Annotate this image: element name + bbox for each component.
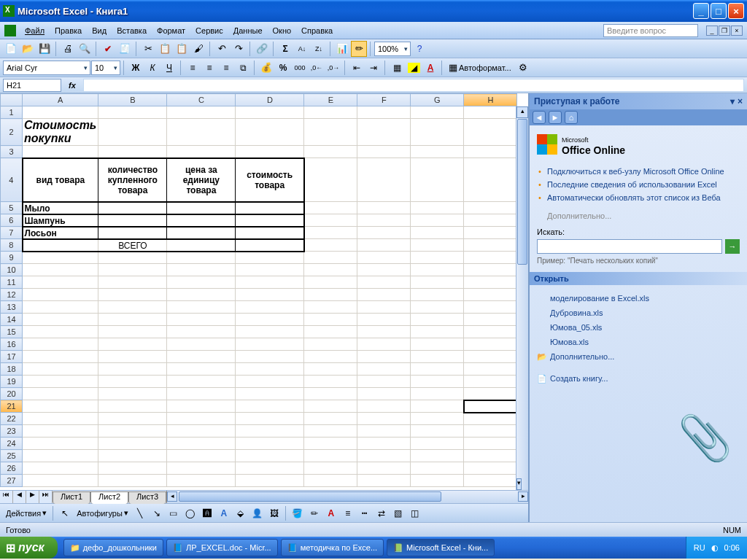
cell-C9[interactable] bbox=[167, 252, 236, 264]
cell-C4[interactable]: цена за единицу товара bbox=[167, 158, 236, 202]
cell-A9[interactable] bbox=[23, 252, 98, 264]
menu-window[interactable]: Окно bbox=[268, 25, 296, 36]
currency-button[interactable]: 💰 bbox=[258, 60, 274, 76]
sheet-tab-0[interactable]: Лист1 bbox=[53, 491, 90, 504]
row-header-9[interactable]: 9 bbox=[1, 252, 23, 264]
cell-C16[interactable] bbox=[167, 338, 236, 351]
cell-B27[interactable] bbox=[98, 475, 167, 487]
cell-H21[interactable] bbox=[464, 400, 517, 413]
taskpane-search-input[interactable] bbox=[537, 239, 722, 254]
cell-H25[interactable] bbox=[464, 450, 517, 462]
col-header-G[interactable]: G bbox=[411, 94, 464, 106]
cell-E13[interactable] bbox=[304, 301, 357, 314]
dec-indent-button[interactable]: ⇤ bbox=[349, 60, 365, 76]
picture-button[interactable]: 🖼 bbox=[266, 505, 282, 521]
cell-H10[interactable] bbox=[464, 264, 517, 276]
start-button[interactable]: пуск bbox=[0, 537, 58, 559]
close-button[interactable]: × bbox=[728, 3, 744, 19]
cell-G2[interactable] bbox=[411, 119, 464, 146]
cell-H16[interactable] bbox=[464, 338, 517, 351]
cell-H3[interactable] bbox=[464, 146, 517, 158]
cell-D8[interactable] bbox=[236, 239, 304, 252]
select-objects-button[interactable]: ↖ bbox=[57, 505, 73, 521]
row-header-15[interactable]: 15 bbox=[1, 326, 23, 338]
maximize-button[interactable]: □ bbox=[711, 3, 727, 19]
cell-H22[interactable] bbox=[464, 413, 517, 425]
fill-color-button[interactable]: ◢ bbox=[406, 60, 422, 76]
cell-F22[interactable] bbox=[357, 413, 411, 425]
dash-style-button[interactable]: ┅ bbox=[357, 505, 373, 521]
recent-file-2[interactable]: Юмова_05.xls bbox=[537, 320, 740, 335]
research-button[interactable]: 🧾 bbox=[117, 41, 133, 57]
name-box[interactable]: H21 bbox=[3, 79, 61, 92]
cell-A25[interactable] bbox=[23, 450, 98, 462]
cell-D1[interactable] bbox=[236, 106, 304, 119]
cell-H18[interactable] bbox=[464, 363, 517, 376]
cell-F11[interactable] bbox=[357, 276, 411, 289]
cell-B13[interactable] bbox=[98, 301, 167, 314]
recent-file-3[interactable]: Юмова.xls bbox=[537, 335, 740, 349]
menu-data[interactable]: Данные bbox=[229, 25, 267, 36]
row-header-3[interactable]: 3 bbox=[1, 146, 23, 158]
cell-G12[interactable] bbox=[411, 289, 464, 301]
cell-B21[interactable] bbox=[98, 400, 167, 413]
cell-C15[interactable] bbox=[167, 326, 236, 338]
cell-E26[interactable] bbox=[304, 462, 357, 475]
cell-G5[interactable] bbox=[411, 202, 464, 214]
menu-edit[interactable]: Правка bbox=[50, 25, 86, 36]
cell-B19[interactable] bbox=[98, 376, 167, 388]
row-header-13[interactable]: 13 bbox=[1, 301, 23, 314]
cell-C13[interactable] bbox=[167, 301, 236, 314]
cell-A13[interactable] bbox=[23, 301, 98, 314]
dec-decimal-button[interactable]: ,0→ bbox=[325, 60, 341, 76]
drawing-toggle-button[interactable]: ✏ bbox=[351, 41, 367, 57]
cell-D22[interactable] bbox=[236, 413, 304, 425]
zoom-combo[interactable]: 100% bbox=[374, 42, 411, 56]
diagram-button[interactable]: ⬙ bbox=[233, 505, 249, 521]
col-header-A[interactable]: A bbox=[23, 94, 98, 106]
cell-H24[interactable] bbox=[464, 438, 517, 450]
arrow-button[interactable]: ↘ bbox=[149, 505, 165, 521]
cell-H20[interactable] bbox=[464, 388, 517, 400]
cell-D27[interactable] bbox=[236, 475, 304, 487]
cell-F21[interactable] bbox=[357, 400, 411, 413]
cell-C10[interactable] bbox=[167, 264, 236, 276]
row-header-23[interactable]: 23 bbox=[1, 425, 23, 438]
taskpane-fwd-icon[interactable]: ► bbox=[549, 111, 562, 124]
cell-F2[interactable] bbox=[357, 119, 411, 146]
cell-F20[interactable] bbox=[357, 388, 411, 400]
cell-E19[interactable] bbox=[304, 376, 357, 388]
cell-D25[interactable] bbox=[236, 450, 304, 462]
cell-D2[interactable] bbox=[236, 119, 304, 146]
cell-D19[interactable] bbox=[236, 376, 304, 388]
cell-F24[interactable] bbox=[357, 438, 411, 450]
cell-D3[interactable] bbox=[236, 146, 304, 158]
cell-F12[interactable] bbox=[357, 289, 411, 301]
cell-D18[interactable] bbox=[236, 363, 304, 376]
create-workbook[interactable]: Создать книгу... bbox=[537, 371, 740, 386]
font-size-combo[interactable]: 10 bbox=[91, 61, 120, 75]
mdi-restore[interactable]: ❐ bbox=[719, 26, 730, 36]
borders-button[interactable]: ▦ bbox=[389, 60, 405, 76]
redo-button[interactable]: ↷ bbox=[231, 41, 247, 57]
cell-C26[interactable] bbox=[167, 462, 236, 475]
cell-D13[interactable] bbox=[236, 301, 304, 314]
percent-button[interactable]: % bbox=[275, 60, 291, 76]
cell-A3[interactable] bbox=[23, 146, 98, 158]
cell-E14[interactable] bbox=[304, 314, 357, 326]
cell-A24[interactable] bbox=[23, 438, 98, 450]
cell-E4[interactable] bbox=[304, 158, 357, 202]
select-all-cell[interactable] bbox=[1, 94, 23, 106]
cell-G13[interactable] bbox=[411, 301, 464, 314]
taskpane-link-2[interactable]: Автоматически обновлять этот список из В… bbox=[537, 191, 740, 204]
cell-E1[interactable] bbox=[304, 106, 357, 119]
cell-B24[interactable] bbox=[98, 438, 167, 450]
cell-G19[interactable] bbox=[411, 376, 464, 388]
cell-D23[interactable] bbox=[236, 425, 304, 438]
cell-G25[interactable] bbox=[411, 450, 464, 462]
cell-F26[interactable] bbox=[357, 462, 411, 475]
cell-A27[interactable] bbox=[23, 475, 98, 487]
spreadsheet-grid[interactable]: ABCDEFGH12Стоимость покупки34вид товарак… bbox=[0, 93, 528, 490]
cell-D15[interactable] bbox=[236, 326, 304, 338]
cell-B14[interactable] bbox=[98, 314, 167, 326]
